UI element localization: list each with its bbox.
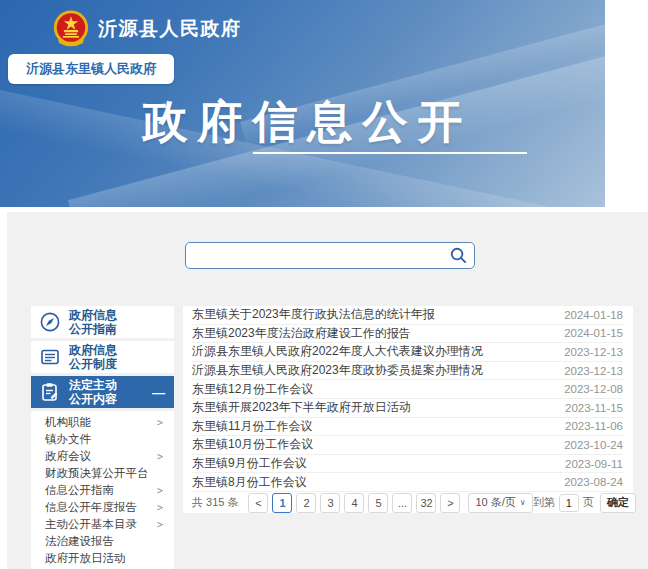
sidebar-item-disclosure-system[interactable]: 政府信息 公开制度	[31, 341, 174, 373]
confirm-button[interactable]: 确定	[600, 493, 636, 513]
sidebar-subitem[interactable]: 信息公开指南 >	[31, 482, 174, 499]
chevron-right-icon: >	[157, 417, 163, 428]
sidebar-subitem[interactable]: 政府会议 >	[31, 448, 174, 465]
list-item[interactable]: 东里镇11月份工作会议 2023-11-06	[192, 418, 623, 437]
search-bar	[185, 242, 475, 269]
page-button-2[interactable]: 2	[296, 493, 316, 513]
list-item[interactable]: 沂源县东里镇人民政府2023年度政协委员提案办理情况 2023-12-13	[192, 362, 623, 381]
search-icon	[449, 246, 468, 265]
item-date: 2024-01-18	[564, 309, 623, 321]
page-title: 政府信息公开	[0, 92, 605, 152]
item-date: 2023-11-06	[565, 420, 623, 432]
item-date: 2023-10-24	[564, 439, 623, 451]
guide-compass-icon	[31, 311, 69, 333]
sidebar-subitem[interactable]: 主动公开基本目录 >	[31, 516, 174, 533]
list-item[interactable]: 东里镇9月份工作会议 2023-09-11	[192, 455, 623, 474]
item-title: 东里镇9月份工作会议	[192, 455, 565, 472]
item-title: 沂源县东里镇人民政府2023年度政协委员提案办理情况	[192, 362, 564, 379]
sidebar-subnav: 机构职能 > 镇办文件 政府会议 > 财政预决算公开平台 信息公开指南	[31, 411, 174, 569]
banner: 沂源县人民政府 沂源县东里镇人民政府 政府信息公开	[0, 0, 605, 207]
page-button-3[interactable]: 3	[320, 493, 340, 513]
item-date: 2023-12-13	[564, 365, 623, 377]
item-title: 东里镇12月份工作会议	[192, 381, 564, 398]
item-date: 2023-12-13	[564, 346, 623, 358]
sidebar-subitem[interactable]: 法治建设报告	[31, 533, 174, 550]
search-button[interactable]	[442, 243, 474, 268]
subsite-badge[interactable]: 沂源县东里镇人民政府	[8, 54, 174, 84]
page-size-select[interactable]: 10 条/页 ∨	[468, 493, 532, 513]
sidebar-subitem[interactable]: 镇办文件	[31, 431, 174, 448]
page-button-32[interactable]: 32	[416, 493, 436, 513]
collapse-indicator[interactable]: —	[152, 385, 165, 400]
content-panel: 政府信息 公开指南 政府信息 公开制度	[7, 212, 648, 569]
sidebar-item-label: 政府信息 公开指南	[69, 308, 117, 336]
sidebar-item-label: 法定主动 公开内容	[69, 378, 117, 406]
page-button-5[interactable]: 5	[368, 493, 388, 513]
china-national-emblem-icon	[52, 9, 90, 50]
list-item[interactable]: 沂源县东里镇人民政府2022年度人大代表建议办理情况 2023-12-13	[192, 343, 623, 362]
chevron-right-icon: >	[157, 519, 163, 530]
item-title: 沂源县东里镇人民政府2022年度人大代表建议办理情况	[192, 343, 564, 360]
item-title: 东里镇11月份工作会议	[192, 418, 565, 435]
list-item[interactable]: 东里镇2023年度法治政府建设工作的报告 2024-01-15	[192, 325, 623, 344]
page-button-1[interactable]: 1	[272, 493, 292, 513]
item-title: 东里镇2023年度法治政府建设工作的报告	[192, 325, 564, 342]
goto-label-suffix: 页	[583, 495, 594, 510]
goto-label-prefix: 到第	[533, 495, 555, 510]
sidebar-item-disclosure-guide[interactable]: 政府信息 公开指南	[31, 306, 174, 338]
item-date: 2023-12-08	[564, 383, 623, 395]
sidebar-subitem[interactable]: 财政预决算公开平台	[31, 465, 174, 482]
list-item[interactable]: 东里镇8月份工作会议 2023-08-24	[192, 473, 623, 492]
chevron-down-icon: ∨	[520, 498, 526, 507]
chevron-right-icon: >	[157, 502, 163, 513]
goto-page-group: 到第 页 确定	[533, 493, 636, 513]
chevron-right-icon: >	[157, 485, 163, 496]
document-list-icon	[31, 346, 69, 368]
list-item[interactable]: 东里镇12月份工作会议 2023-12-08	[192, 380, 623, 399]
list-item[interactable]: 东里镇开展2023年下半年政府开放日活动 2023-11-15	[192, 399, 623, 418]
sidebar-subitem[interactable]: 政府开放日活动	[31, 550, 174, 567]
next-page-button[interactable]: >	[440, 493, 460, 513]
sidebar: 政府信息 公开指南 政府信息 公开制度	[31, 306, 174, 569]
item-title: 东里镇10月份工作会议	[192, 436, 564, 453]
clipboard-pen-icon	[31, 381, 69, 403]
page: 沂源县人民政府 沂源县东里镇人民政府 政府信息公开	[0, 0, 648, 569]
chevron-right-icon: >	[157, 451, 163, 462]
item-title: 东里镇关于2023年度行政执法信息的统计年报	[192, 306, 564, 323]
item-date: 2023-11-15	[565, 402, 623, 414]
pagination: 共 315 条 < 1 2 3 4 5 ... 32 > 10 条/页 ∨ 到第…	[192, 493, 623, 513]
ellipsis-button[interactable]: ...	[392, 493, 412, 513]
sidebar-item-label: 政府信息 公开制度	[69, 343, 117, 371]
search-input[interactable]	[186, 243, 442, 268]
sidebar-subitem[interactable]: 机构职能 >	[31, 414, 174, 431]
item-title: 东里镇8月份工作会议	[192, 474, 564, 491]
list-item[interactable]: 东里镇关于2023年度行政执法信息的统计年报 2024-01-18	[192, 306, 623, 325]
goto-page-input[interactable]	[559, 494, 579, 512]
item-date: 2023-09-11	[565, 458, 623, 470]
sidebar-subitem[interactable]: 信息公开年度报告 >	[31, 499, 174, 516]
item-date: 2024-01-15	[564, 327, 623, 339]
title-underline	[253, 152, 527, 154]
site-title: 沂源县人民政府	[98, 16, 242, 42]
sidebar-item-statutory-disclosure[interactable]: 法定主动 公开内容 —	[31, 376, 174, 408]
page-button-4[interactable]: 4	[344, 493, 364, 513]
item-date: 2023-08-24	[564, 476, 623, 488]
prev-page-button[interactable]: <	[248, 493, 268, 513]
item-title: 东里镇开展2023年下半年政府开放日活动	[192, 399, 565, 416]
total-count: 共 315 条	[192, 495, 238, 510]
list-item[interactable]: 东里镇10月份工作会议 2023-10-24	[192, 436, 623, 455]
document-list: 东里镇关于2023年度行政执法信息的统计年报 2024-01-18 东里镇202…	[183, 306, 633, 513]
